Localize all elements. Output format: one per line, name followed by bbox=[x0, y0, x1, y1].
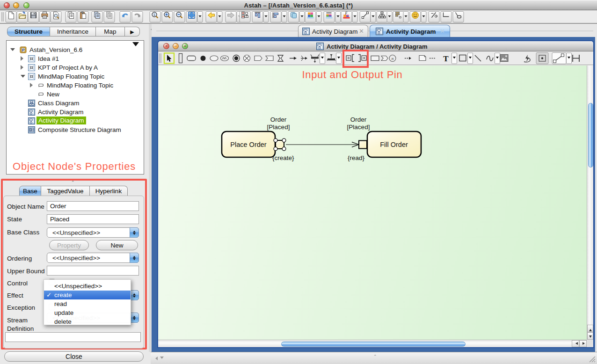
svg-text:Place Order: Place Order bbox=[230, 141, 267, 148]
svg-text:[Placed]: [Placed] bbox=[267, 124, 290, 131]
svg-text:P: P bbox=[22, 48, 25, 52]
svg-text:Order: Order bbox=[350, 116, 367, 123]
svg-text:[Placed]: [Placed] bbox=[347, 124, 370, 131]
svg-text:{read}: {read} bbox=[348, 154, 365, 161]
svg-text:n: n bbox=[392, 56, 394, 61]
svg-text:T: T bbox=[443, 54, 449, 63]
svg-text:{create}: {create} bbox=[272, 154, 294, 161]
svg-text:1: 1 bbox=[153, 13, 155, 16]
svg-text:Order: Order bbox=[270, 116, 287, 123]
svg-text:Fill Order: Fill Order bbox=[380, 141, 408, 148]
